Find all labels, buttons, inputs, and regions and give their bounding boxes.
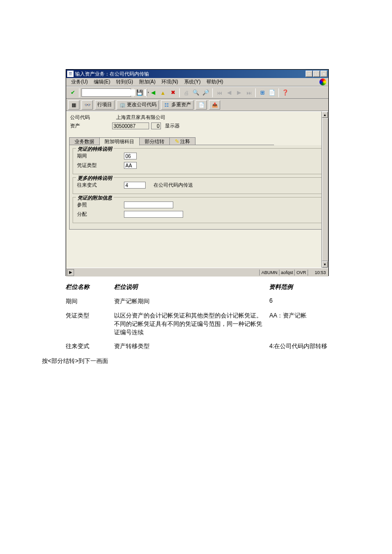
close-button[interactable]: × (320, 71, 327, 77)
cancel-button[interactable]: ✖ (168, 88, 177, 97)
print-button[interactable]: 🖨 (182, 88, 191, 97)
doc-table: 栏位名称 栏位说明 资料范例 期间 资产记帐期间 6 凭证类型 以区分资产的会计… (66, 280, 332, 354)
export-button[interactable]: 📤 (209, 100, 220, 110)
new-session-button[interactable]: ⊞ (258, 88, 267, 97)
group-doc-special-title: 凭证的特殊说明 (76, 146, 114, 153)
find-button[interactable]: 🔍 (192, 88, 200, 97)
tab-partial-transfer[interactable]: 部分结转 (139, 137, 170, 145)
asset-label: 资产 (70, 122, 112, 129)
company-code-label: 公司代码 (70, 114, 112, 121)
assignment-input[interactable] (124, 211, 183, 218)
tab-business-data[interactable]: 业务数据 (69, 137, 100, 145)
doc-r3-example: 4:在公司代码内部转移 (269, 342, 332, 351)
doc-button[interactable]: 📄 (196, 100, 207, 110)
doc-r2-name: 凭证类型 (66, 312, 114, 336)
scroll-up-button[interactable]: ▲ (322, 112, 328, 118)
app-icon: ☰ (67, 71, 74, 77)
document-icon: 📄 (198, 102, 204, 108)
nav-grid-button[interactable]: ▦ (68, 100, 79, 110)
group-more-special: 更多的特殊说明 往来变式 在公司代码内传送 (73, 177, 322, 194)
doc-header-example: 资料范例 (269, 283, 332, 291)
status-insert-mode: OVR (294, 270, 308, 276)
menubar: 业务(U) 编辑(E) 转到(G) 附加(A) 环境(N) 系统(Y) 帮助(H… (66, 78, 328, 86)
doc-type-input[interactable] (124, 162, 137, 169)
menu-env[interactable]: 环境(N) (158, 78, 181, 86)
separator (146, 88, 147, 97)
asset-subnumber-input[interactable] (151, 122, 161, 129)
tab-strip: 业务数据 附加明细科目 部分结转 ✎注释 (66, 132, 328, 145)
exit-button[interactable]: ▲ (158, 88, 167, 97)
command-field[interactable]: ▼ (81, 88, 131, 97)
doc-r1-desc: 资产记帐期间 (114, 297, 269, 306)
company-name: 上海震旦家具有限公司 (112, 114, 165, 121)
grid-icon: ▦ (71, 102, 77, 108)
group-more-special-title: 更多的特殊说明 (76, 175, 114, 182)
back-button[interactable]: ◀ (149, 88, 157, 97)
asset-number-input[interactable] (112, 122, 149, 129)
line-items-button[interactable]: 行项目 (95, 100, 115, 110)
menu-system[interactable]: 系统(Y) (181, 78, 203, 86)
scroll-track[interactable] (322, 118, 328, 261)
reference-label: 参照 (77, 201, 124, 208)
last-page-button[interactable]: ⏭ (244, 88, 253, 97)
asset-description: 显示器 (161, 122, 180, 129)
scroll-down-button[interactable]: ▼ (322, 261, 328, 268)
tab-notes[interactable]: ✎注释 (169, 137, 196, 145)
application-toolbar: ▦ 👓 行项目 🏢更改公司代码 ☷多重资产 📄 📤 (66, 99, 328, 111)
find-next-button[interactable]: 🔎 (201, 88, 210, 97)
status-time: 10:53 (308, 270, 327, 276)
status-client: aofqst (279, 270, 295, 276)
glasses-icon: 👓 (84, 102, 90, 108)
separator (179, 88, 180, 97)
trans-type-label: 往来变式 (77, 182, 124, 189)
scroll-thumb[interactable] (322, 118, 328, 261)
separator (79, 88, 79, 97)
content-area: 公司代码 上海震旦家具有限公司 资产 显示器 业务数据 附加明细科目 部分结转 … (66, 111, 328, 268)
multi-assets-button[interactable]: ☷多重资产 (161, 100, 194, 110)
menu-edit[interactable]: 编辑(E) (91, 78, 113, 86)
prev-page-button[interactable]: ◀ (225, 88, 234, 97)
period-input[interactable] (124, 153, 137, 159)
doc-r1-name: 期间 (66, 297, 114, 306)
next-page-button[interactable]: ▶ (235, 88, 243, 97)
status-tcode: ABUMN (259, 270, 279, 276)
titlebar: ☰ 输入资产业务：在公司代码内传输 ─ □ × (66, 70, 328, 78)
doc-header-desc: 栏位说明 (114, 283, 269, 291)
tab-additional-accounts[interactable]: 附加明细科目 (99, 137, 140, 146)
vertical-scrollbar[interactable]: ▲ ▼ (321, 112, 328, 268)
doc-r3-name: 往来变式 (66, 342, 114, 351)
sap-logo-icon (319, 79, 326, 85)
doc-instruction: 按<部分结转>到下一画面 (42, 357, 108, 365)
separator (255, 88, 256, 97)
note-icon: ✎ (175, 138, 179, 144)
stack-icon: ☷ (163, 102, 170, 108)
menu-business[interactable]: 业务(U) (68, 78, 91, 86)
tab-panel: 凭证的特殊说明 期间 凭证类型 更多的特殊说明 往来变式 (69, 145, 325, 230)
save-button[interactable]: 💾 (135, 88, 144, 97)
doc-r2-example: AA：资产记帐 (269, 312, 332, 336)
trans-type-input[interactable] (124, 182, 146, 189)
window-title: 输入资产业务：在公司代码内传输 (75, 71, 306, 78)
shortcut-button[interactable]: 📄 (268, 88, 276, 97)
menu-addon[interactable]: 附加(A) (136, 78, 158, 86)
menu-goto[interactable]: 转到(G) (113, 78, 136, 86)
status-arrow-icon[interactable]: ▶ (67, 269, 74, 276)
group-doc-special: 凭证的特殊说明 期间 凭证类型 (73, 148, 322, 174)
separator (212, 88, 213, 97)
doc-header-name: 栏位名称 (66, 283, 114, 291)
group-additional-info: 凭证的附加信息 参照 分配 (73, 197, 322, 223)
glasses-button[interactable]: 👓 (81, 100, 93, 110)
maximize-button[interactable]: □ (313, 71, 320, 77)
header-fields: 公司代码 上海震旦家具有限公司 资产 显示器 (66, 112, 328, 132)
first-page-button[interactable]: ⏮ (215, 88, 224, 97)
separator (278, 88, 279, 97)
doc-r2-desc: 以区分资产的会计记帐凭证和其他类型的会计记帐凭证。不同的记帐凭证具有不同的凭证编… (114, 312, 269, 336)
statusbar: ▶ ABUMN aofqst OVR 10:53 (66, 268, 328, 277)
reference-input[interactable] (124, 201, 173, 208)
menu-help[interactable]: 帮助(H) (203, 78, 226, 86)
enter-button[interactable]: ✔ (68, 88, 77, 97)
minimize-button[interactable]: ─ (306, 71, 313, 77)
help-button[interactable]: ❓ (281, 88, 290, 97)
change-company-button[interactable]: 🏢更改公司代码 (117, 100, 159, 110)
doc-type-label: 凭证类型 (77, 162, 124, 169)
